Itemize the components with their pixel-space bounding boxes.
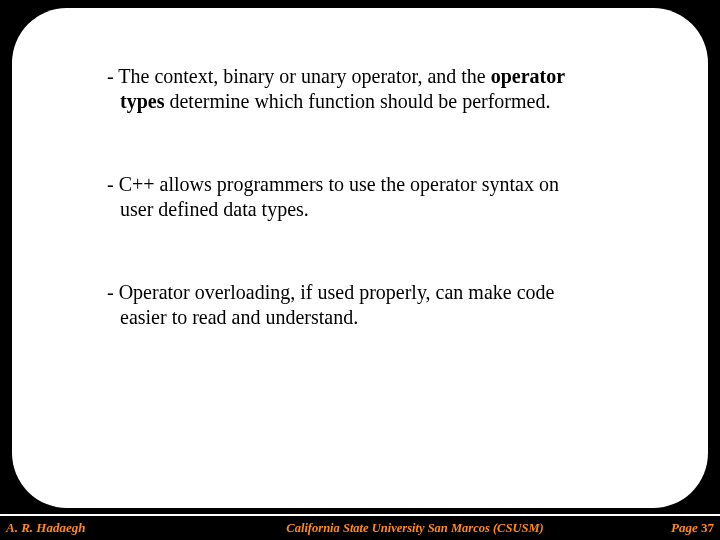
bullet-1-part2: determine which function should be perfo… — [164, 90, 550, 112]
bullet-1-part1: - The context, binary or unary operator,… — [107, 65, 491, 87]
bullet-3: - Operator overloading, if used properly… — [107, 280, 627, 330]
footer-author: A. R. Hadaegh — [0, 520, 200, 536]
footer-page-word: Page — [671, 520, 698, 535]
bullet-2-line2: user defined data types. — [107, 197, 627, 222]
bullet-1: - The context, binary or unary operator,… — [107, 64, 627, 114]
slide-panel: - The context, binary or unary operator,… — [12, 8, 708, 508]
footer-institution: California State University San Marcos (… — [200, 521, 630, 536]
bullet-1-bold-types: types — [120, 90, 164, 112]
footer: A. R. Hadaegh California State Universit… — [0, 514, 720, 540]
bullet-3-line2: easier to read and understand. — [107, 305, 627, 330]
footer-page: Page 37 — [630, 520, 720, 536]
slide-content: - The context, binary or unary operator,… — [107, 64, 627, 388]
bullet-1-bold-operator: operator — [491, 65, 565, 87]
bullet-2: - C++ allows programmers to use the oper… — [107, 172, 627, 222]
bullet-3-line1: - Operator overloading, if used properly… — [107, 280, 627, 305]
bullet-2-line1: - C++ allows programmers to use the oper… — [107, 172, 627, 197]
footer-page-number: 37 — [701, 520, 714, 535]
